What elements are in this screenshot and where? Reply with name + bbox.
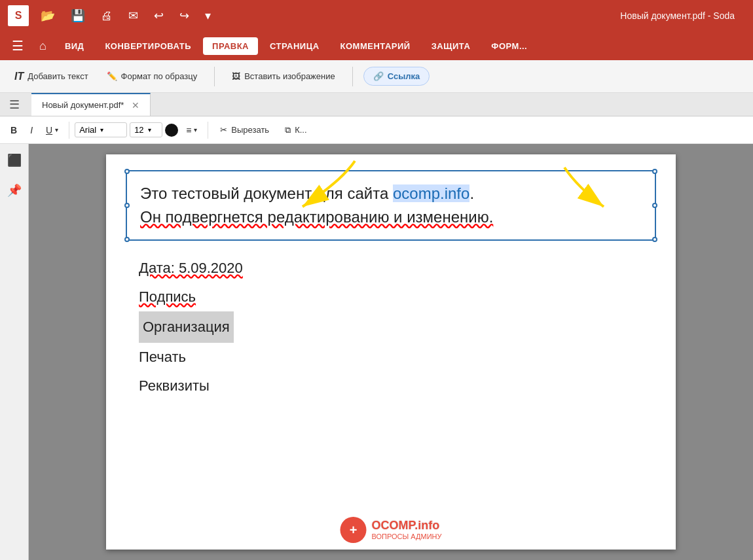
align-button[interactable]: ≡ ▾ [181,122,202,138]
cut-label: Вырезать [231,125,269,135]
link-button[interactable]: 🔗 Ссылка [363,67,430,86]
add-text-label: Добавить текст [28,71,88,81]
menu-bar: ☰ ⌂ ВИД КОНВЕРТИРОВАТЬ ПРАВКА СТРАНИЦА К… [0,31,753,60]
font-family-value: Arial [79,125,96,135]
print-icon[interactable]: 🖨 [97,7,117,26]
italic-button[interactable]: I [25,122,38,138]
fmt-sep-1 [69,122,69,139]
menu-form[interactable]: ФОРМ... [482,37,536,55]
link-icon: 🔗 [373,71,384,81]
mail-icon[interactable]: ✉ [124,6,142,26]
redo-icon[interactable]: ↪ [175,6,193,26]
insert-image-icon: 🖼 [232,71,240,81]
app-icon: S [8,5,29,26]
add-text-icon: IT [14,71,24,82]
handle-tl[interactable] [124,169,130,174]
link-label: Ссылка [388,71,420,81]
undo-icon[interactable]: ↩ [150,6,168,26]
save-icon[interactable]: 💾 [67,6,89,26]
document-page: Это тестовый документ для сайта ocomp.in… [106,154,676,550]
menu-vid[interactable]: ВИД [56,37,94,55]
toolbar: IT Добавить текст ✏️ Формат по образцу 🖼… [0,60,753,93]
bold-button[interactable]: B [5,122,22,138]
signature-line: Подпись [139,283,643,311]
dropdown-icon[interactable]: ▾ [201,6,215,26]
fmt-sep-2 [208,122,208,139]
handle-bl[interactable] [124,237,130,242]
title-bar-left: S 📂 💾 🖨 ✉ ↩ ↪ ▾ [8,5,620,26]
paragraph-1-text: Это тестовый документ для сайта [140,184,393,202]
copy-label: К... [295,125,306,135]
document-area: Это тестовый документ для сайта ocomp.in… [29,144,753,560]
menu-pravka[interactable]: ПРАВКА [203,37,258,55]
requisites-line: Реквизиты [139,372,643,400]
organization-line: Организация [139,311,643,343]
document-paragraph-1: Это тестовый документ для сайта ocomp.in… [140,182,642,205]
title-bar: S 📂 💾 🖨 ✉ ↩ ↪ ▾ Новый документ.pdf - Sod… [0,0,753,31]
document-bottom: Дата: 5.09.2020 Подпись Организация Печа… [126,254,656,400]
document-tab[interactable]: Новый документ.pdf* ✕ [31,93,151,116]
copy-button[interactable]: ⧉ К... [278,122,313,138]
align-dropdown[interactable]: ▾ [194,126,197,133]
tab-bar: ☰ Новый документ.pdf* ✕ [0,93,753,116]
insert-image-label: Вставить изображение [244,71,335,81]
requisites-text: Реквизиты [139,377,210,394]
paragraph-2-text: Он подвергнется редактированию и изменен… [140,208,493,226]
align-icon: ≡ [186,125,191,135]
handle-mr[interactable] [652,203,657,208]
watermark-icon: + [340,517,367,543]
font-size-select[interactable]: 12 ▾ [130,122,162,137]
sidebar-panel-icon[interactable]: ⬛ [3,149,26,171]
font-family-dropdown[interactable]: ▾ [100,126,103,133]
copy-icon: ⧉ [285,125,291,135]
hamburger-menu[interactable]: ☰ [5,34,30,58]
format-paint-label: Формат по образцу [121,71,198,81]
underline-icon: U [46,125,52,135]
add-text-button[interactable]: IT Добавить текст [8,67,95,86]
handle-br[interactable] [652,237,657,242]
toolbar-sep-2 [352,67,353,86]
signature-text: Подпись [139,289,196,305]
tab-close-button[interactable]: ✕ [132,100,139,111]
menu-protect[interactable]: ЗАЩИТА [422,37,480,55]
underline-dropdown[interactable]: ▾ [55,126,58,133]
open-folder-icon[interactable]: 📂 [37,6,59,26]
document-paragraph-2: Он подвергнется редактированию и изменен… [140,205,642,229]
text-color-picker[interactable] [165,124,178,137]
font-size-value: 12 [134,125,143,135]
text-selection-box[interactable]: Это тестовый документ для сайта ocomp.in… [126,170,656,241]
format-toolbar: B I U ▾ Arial ▾ 12 ▾ ≡ ▾ ✂ Вырезать ⧉ К.… [0,116,753,144]
handle-ml[interactable] [124,203,130,208]
organization-text: Организация [139,311,234,343]
watermark-title: OCOMP.info [372,519,442,533]
toolbar-sep-1 [214,67,215,86]
sidebar-toggle-button[interactable]: ☰ [0,93,29,116]
main-area: ⬛ 📌 Это тестовый документ для сайта ocom… [0,144,753,560]
watermark-text-block: OCOMP.info ВОПРОСЫ АДМИНУ [372,519,442,541]
menu-comment[interactable]: КОММЕНТАРИЙ [331,37,420,55]
font-size-dropdown[interactable]: ▾ [148,126,151,133]
date-line: Дата: 5.09.2020 [139,254,643,283]
date-text: Дата: 5.09.2020 [139,260,243,276]
handle-tr[interactable] [652,169,657,174]
cut-button[interactable]: ✂ Вырезать [213,122,276,137]
font-family-select[interactable]: Arial ▾ [75,122,127,137]
format-paint-icon: ✏️ [107,71,117,81]
print-text: Печать [139,349,186,365]
watermark-subtitle: ВОПРОСЫ АДМИНУ [372,533,442,541]
window-title: Новый документ.pdf - Soda [620,10,745,21]
underline-button[interactable]: U ▾ [41,122,64,138]
link-text[interactable]: ocomp.info [393,184,469,202]
tab-label: Новый документ.pdf* [42,100,124,110]
watermark: + OCOMP.info ВОПРОСЫ АДМИНУ [340,517,442,543]
menu-stranica[interactable]: СТРАНИЦА [261,37,329,55]
print-line: Печать [139,343,643,372]
home-menu[interactable]: ⌂ [33,35,53,57]
left-sidebar: ⬛ 📌 [0,144,29,560]
insert-image-button[interactable]: 🖼 Вставить изображение [225,67,342,85]
format-paint-button[interactable]: ✏️ Формат по образцу [100,67,204,85]
scissors-icon: ✂ [220,125,227,135]
sidebar-bookmark-icon[interactable]: 📌 [3,179,26,201]
paragraph-1-end: . [469,184,474,202]
menu-convert[interactable]: КОНВЕРТИРОВАТЬ [96,37,200,55]
